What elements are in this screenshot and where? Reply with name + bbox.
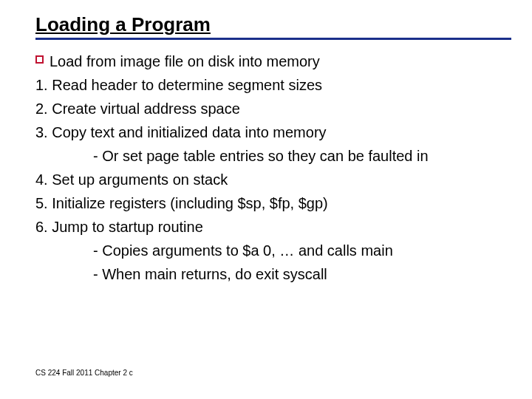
step-6-sub2: - When main returns, do exit syscall [93,263,511,285]
slide-footer: CS 224 Fall 2011 Chapter 2 c [35,369,133,377]
slide-content: Load from image file on disk into memory… [35,50,511,285]
title-underline [35,38,511,40]
lead-text: Load from image file on disk into memory [50,50,320,72]
step-3: 3. Copy text and initialized data into m… [35,121,511,143]
slide-title: Loading a Program [35,13,511,36]
step-1: 1. Read header to determine segment size… [35,74,511,96]
step-6: 6. Jump to startup routine [35,216,511,238]
lead-line: Load from image file on disk into memory [35,50,511,72]
step-2: 2. Create virtual address space [35,98,511,120]
step-6-sub1: - Copies arguments to $a 0, … and calls … [93,239,511,262]
step-5: 5. Initialize registers (including $sp, … [35,192,511,214]
square-bullet-icon [35,55,44,64]
step-3-sub: - Or set page table entries so they can … [93,145,511,167]
step-4: 4. Set up arguments on stack [35,168,511,191]
